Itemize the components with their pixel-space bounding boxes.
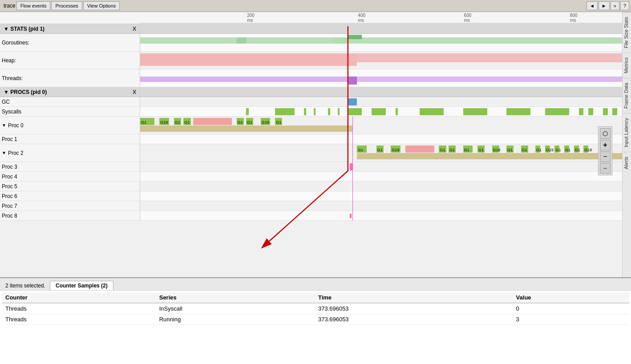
p2-salmon-a	[405, 146, 434, 153]
sc-seg3	[304, 108, 306, 115]
threads-track[interactable]	[140, 69, 622, 87]
p2-g1-d: G1	[449, 146, 456, 153]
sc-seg7	[348, 108, 362, 115]
p0-g19-b: G19	[261, 118, 271, 125]
p2-g19-c: G19	[545, 146, 550, 153]
proc4-track[interactable]	[140, 172, 622, 182]
proc7-row: Proc 7	[0, 201, 622, 211]
heap-bar-2	[357, 53, 622, 62]
syscalls-track[interactable]	[140, 107, 622, 117]
p0-khaki	[140, 125, 352, 132]
stats-section-label[interactable]: ▼ STATS (pid 1) X	[0, 24, 140, 34]
counter-samples-tab[interactable]: Counter Samples (2)	[50, 281, 113, 290]
metrics-tab[interactable]: Metrics	[623, 53, 631, 77]
zoom-in-button[interactable]: +	[600, 140, 611, 150]
proc5-row: Proc 5	[0, 182, 622, 191]
goroutines-track[interactable]	[140, 34, 622, 52]
procs-close-button[interactable]: X	[133, 89, 136, 95]
zoom-out-button[interactable]: −	[600, 151, 611, 162]
nav-expand-button[interactable]: »	[611, 1, 619, 10]
goroutines-bar	[140, 37, 622, 44]
stats-section-header[interactable]: ▼ STATS (pid 1) X	[0, 24, 622, 34]
proc1-track[interactable]	[140, 134, 622, 144]
table-row[interactable]: Threads Running 373.696053 3	[2, 314, 629, 325]
flow-events-button[interactable]: Flow events	[16, 1, 51, 10]
proc3-track[interactable]	[140, 162, 622, 172]
heap-label: Heap:	[0, 52, 140, 69]
sc-seg8	[372, 108, 386, 115]
procs-section-label[interactable]: ▼ PROCS (pid 0) X	[0, 87, 140, 97]
proc8-cursor	[352, 211, 353, 220]
proc5-cursor	[352, 182, 353, 191]
p2-g1-g: G1	[506, 146, 514, 153]
alerts-tab[interactable]: Alerts	[623, 152, 631, 174]
p2-g1-c: G1	[439, 146, 446, 153]
gc-seg-1	[348, 98, 357, 105]
timeline-ruler: 200 ms 400 ms 600 ms 800 ms	[140, 12, 622, 24]
sc-seg1	[246, 108, 248, 115]
gc-track[interactable]	[140, 97, 622, 107]
procs-section-header[interactable]: ▼ PROCS (pid 0) X	[0, 87, 622, 97]
proc6-label: Proc 6	[0, 191, 140, 201]
p0-g1-d: G1	[237, 118, 244, 125]
proc2-track[interactable]: G1 G1 G19 G1 G1 G1 G1 G19 G1 G1 G1	[140, 144, 622, 162]
proc6-cursor	[352, 191, 353, 201]
col-counter: Counter	[2, 292, 156, 303]
p2-g1-h: G1	[521, 146, 528, 153]
scroll-controls: ⬡ + − ↔	[598, 126, 612, 175]
procs-section-track	[140, 87, 622, 97]
sc-seg15	[588, 108, 593, 115]
p2-g19-b: G19	[492, 146, 499, 153]
bottom-tabs: 2 items selected. Counter Samples (2)	[0, 278, 631, 291]
proc5-track[interactable]	[140, 182, 622, 191]
syscalls-row: Syscalls	[0, 107, 622, 117]
p0-salmon	[193, 118, 232, 125]
proc8-track[interactable]	[140, 211, 622, 221]
col-time: Time	[315, 292, 513, 303]
proc0-label[interactable]: ▼ Proc 0	[0, 117, 140, 134]
p2-g1-b: G1	[376, 146, 384, 153]
stats-close-button[interactable]: X	[133, 26, 136, 32]
nav-back-button[interactable]: ◄	[587, 1, 598, 10]
proc3-cursor	[352, 162, 353, 171]
proc1-row: Proc 1	[0, 134, 622, 144]
proc6-track[interactable]	[140, 191, 622, 201]
input-latency-tab[interactable]: Input Latency	[623, 113, 631, 152]
proc0-row: ▼ Proc 0 G1 G19 G1 G1 G1 G1 G19	[0, 117, 622, 134]
gc-label: GC	[0, 97, 140, 107]
row1-series: InSyscall	[156, 303, 315, 314]
fit-button[interactable]: ↔	[600, 163, 611, 174]
processes-button[interactable]: Processes	[51, 1, 82, 10]
row2-value: 3	[513, 314, 629, 325]
table-container: Counter Series Time Value Threads InSysc…	[0, 291, 631, 364]
cursor-mode-button[interactable]: ⬡	[600, 128, 611, 139]
app-title: trace	[2, 3, 16, 9]
view-options-button[interactable]: View Options	[83, 1, 120, 10]
goroutines-row: Goroutines:	[0, 34, 622, 52]
proc2-label[interactable]: ▼ Proc 2	[0, 144, 140, 162]
row1-time: 373.696053	[315, 303, 513, 314]
col-value: Value	[513, 292, 629, 303]
sc-seg4	[314, 108, 316, 115]
stats-section-track	[140, 24, 622, 34]
threads-row: Threads:	[0, 69, 622, 87]
threads-label: Threads:	[0, 69, 140, 87]
proc7-track[interactable]	[140, 201, 622, 211]
table-row[interactable]: Threads InSyscall 373.696053 0	[2, 303, 629, 314]
syscalls-label: Syscalls	[0, 107, 140, 117]
gc-row: GC	[0, 97, 622, 107]
nav-fwd-button[interactable]: ►	[599, 1, 610, 10]
proc0-track[interactable]: G1 G19 G1 G1 G1 G1 G19 G1	[140, 117, 622, 134]
trace-area: 200 ms 400 ms 600 ms 800 ms	[0, 12, 622, 277]
sc-seg11	[463, 108, 487, 115]
heap-track[interactable]	[140, 52, 622, 69]
help-button[interactable]: ?	[620, 1, 629, 10]
p2-g19-d: G19	[583, 146, 588, 153]
file-size-stats-tab[interactable]: File Size Stats	[623, 12, 631, 53]
sc-seg9	[396, 108, 398, 115]
proc8-label: Proc 8	[0, 211, 140, 221]
threads-bar-2	[357, 77, 622, 82]
row1-value: 0	[513, 303, 629, 314]
frame-data-tab[interactable]: Frame Data	[623, 78, 631, 113]
heap-row: Heap:	[0, 52, 622, 69]
